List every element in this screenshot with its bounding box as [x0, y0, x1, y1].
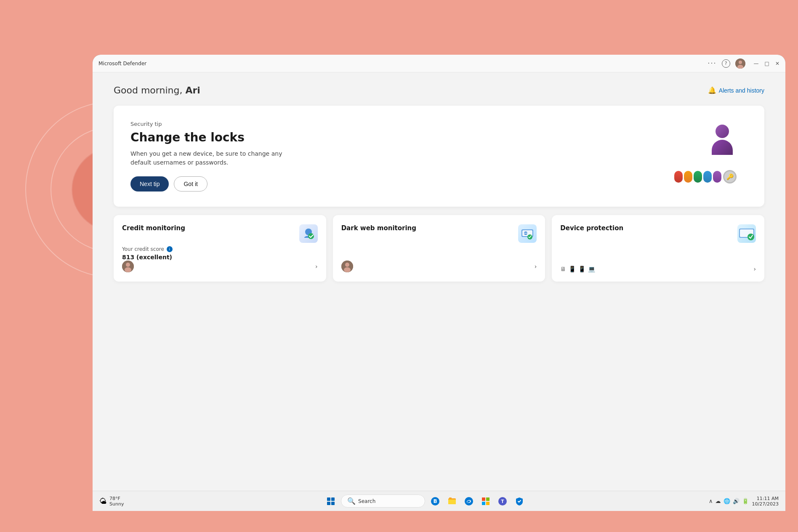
next-tip-button[interactable]: Next tip	[130, 176, 169, 192]
disc-orange	[684, 171, 692, 183]
search-box[interactable]: 🔍 Search	[341, 495, 425, 508]
battery-icon[interactable]: 🔋	[742, 498, 749, 504]
user-avatar[interactable]	[735, 59, 745, 69]
svg-rect-25	[486, 497, 489, 501]
svg-rect-26	[482, 502, 485, 505]
device-prot-card-header: Device protection	[560, 224, 756, 243]
taskbar-app-explorer[interactable]	[445, 495, 459, 508]
lock-body: 🔑	[668, 170, 743, 184]
app-title: Microsoft Defender	[98, 61, 708, 66]
chevron-up-icon[interactable]: ∧	[709, 498, 713, 504]
cloud-icon[interactable]: ☁	[716, 498, 721, 504]
svg-point-13	[345, 263, 349, 267]
alerts-history-button[interactable]: 🔔 Alerts and history	[708, 86, 764, 94]
network-icon[interactable]: 🌐	[724, 498, 730, 504]
main-content: Good morning, Ari 🔔 Alerts and history S…	[93, 72, 785, 511]
svg-rect-22	[449, 497, 452, 500]
minimize-button[interactable]: —	[754, 61, 759, 66]
dark-web-card[interactable]: Dark web monitoring	[333, 215, 545, 282]
device-prot-spacer	[560, 246, 756, 266]
dark-web-user-avatar	[341, 261, 353, 272]
more-options-button[interactable]: ···	[708, 59, 716, 67]
avatar-image	[735, 59, 745, 69]
dark-web-card-header: Dark web monitoring	[341, 224, 537, 243]
explorer-icon	[447, 497, 457, 506]
person-head	[716, 125, 729, 138]
device-protection-icon	[737, 224, 756, 243]
credit-chevron-icon: ›	[315, 263, 318, 270]
svg-point-14	[344, 267, 351, 272]
device-icons-row: 🖥 📱 📱 💻	[560, 266, 595, 272]
taskbar-right: ∧ ☁ 🌐 🔊 🔋 11:11 AM 10/27/2023	[709, 496, 779, 507]
device-prot-icon-svg	[738, 226, 755, 241]
taskbar-app-edge[interactable]	[462, 495, 476, 508]
weather-temp: 78°F	[109, 496, 124, 501]
start-button[interactable]	[324, 495, 338, 508]
taskbar-left: 🌤 78°F Sunny	[99, 496, 141, 507]
svg-point-1	[739, 61, 742, 64]
device-prot-card-footer: 🖥 📱 📱 💻 ›	[560, 266, 756, 272]
dark-web-card-title: Dark web monitoring	[341, 224, 416, 232]
volume-icon[interactable]: 🔊	[733, 498, 739, 504]
help-button[interactable]: ?	[722, 59, 730, 68]
laptop-icon: 💻	[588, 266, 595, 272]
color-discs	[674, 171, 721, 183]
disc-blue	[703, 171, 712, 183]
credit-card-footer: ›	[122, 261, 318, 272]
weather-widget: 🌤 78°F Sunny	[99, 496, 124, 507]
close-button[interactable]: ✕	[775, 61, 779, 66]
taskbar-app-b[interactable]: B	[428, 495, 442, 508]
taskbar-app-teams[interactable]: T	[496, 495, 509, 508]
tip-label: Security tip	[130, 121, 646, 127]
tip-illustration: 🔑	[663, 122, 747, 190]
taskbar-app-defender[interactable]	[513, 495, 526, 508]
dark-web-icon-svg	[520, 226, 535, 241]
clock-date: 10/27/2023	[752, 501, 779, 507]
store-icon	[481, 497, 490, 506]
lock-illustration: 🔑	[668, 125, 743, 188]
svg-rect-24	[482, 497, 485, 501]
window-controls: — □ ✕	[754, 61, 779, 66]
search-icon: 🔍	[347, 497, 356, 505]
monitor-icon: 🖥	[560, 266, 566, 272]
credit-score-label: Your credit score i	[122, 246, 318, 252]
svg-point-23	[465, 497, 473, 505]
device-frame: Microsoft Defender ··· ? — □ ✕	[93, 55, 785, 511]
dark-web-chevron-icon: ›	[535, 263, 537, 270]
credit-monitoring-card[interactable]: Credit monitoring Your credit score	[114, 215, 326, 282]
person-body	[712, 140, 733, 155]
credit-user-avatar	[122, 261, 134, 272]
weather-condition: Sunny	[109, 501, 124, 507]
device-protection-card[interactable]: Device protection	[552, 215, 764, 282]
titlebar-controls: ··· ? — □ ✕	[708, 59, 779, 69]
taskbar-app-store[interactable]	[479, 495, 492, 508]
system-clock[interactable]: 11:11 AM 10/27/2023	[752, 496, 779, 507]
defender-icon	[515, 497, 524, 506]
security-tip-card: Security tip Change the locks When you g…	[114, 106, 764, 207]
dark-web-card-footer: ›	[341, 261, 537, 272]
greeting-prefix: Good morning,	[114, 85, 185, 96]
tablet-icon: 📱	[569, 266, 576, 272]
help-icon: ?	[725, 61, 727, 66]
header-row: Good morning, Ari 🔔 Alerts and history	[114, 85, 764, 96]
svg-point-6	[126, 263, 130, 267]
svg-rect-21	[448, 500, 456, 504]
device-prot-card-title: Device protection	[560, 224, 623, 232]
svg-text:B: B	[433, 498, 437, 504]
search-text: Search	[358, 498, 375, 504]
got-it-button[interactable]: Got it	[174, 176, 207, 192]
svg-text:T: T	[501, 499, 504, 504]
svg-point-7	[125, 267, 131, 272]
clock-time: 11:11 AM	[752, 496, 779, 501]
credit-icon	[299, 224, 318, 243]
maximize-button[interactable]: □	[765, 61, 769, 66]
alerts-label: Alerts and history	[719, 87, 764, 94]
bing-icon: B	[431, 497, 440, 506]
credit-card-title: Credit monitoring	[122, 224, 185, 232]
dark-web-icon	[518, 224, 537, 243]
credit-icon-svg	[301, 226, 316, 241]
tip-content: Security tip Change the locks When you g…	[130, 121, 646, 192]
tip-actions: Next tip Got it	[130, 176, 646, 192]
edge-icon	[464, 497, 473, 506]
teams-icon: T	[498, 497, 507, 506]
